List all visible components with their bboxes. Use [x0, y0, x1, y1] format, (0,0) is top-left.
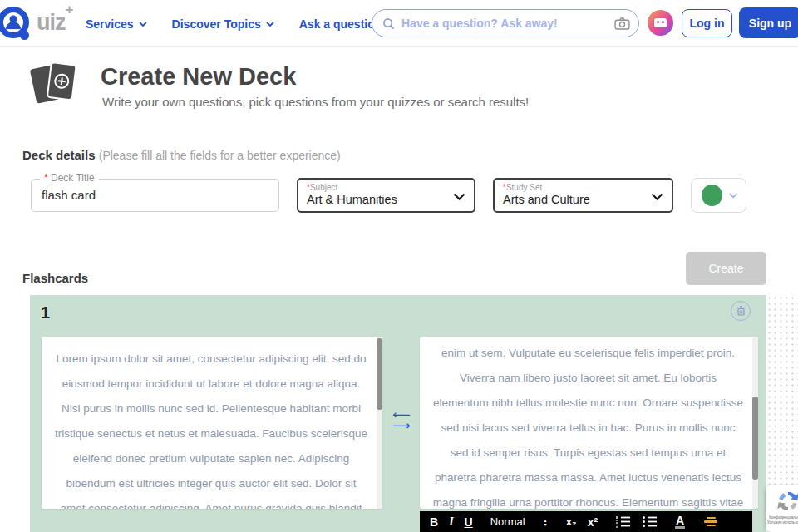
- logo-wordmark: uiz: [37, 10, 66, 36]
- subject-select[interactable]: *Subject Art & Humanities: [297, 178, 475, 213]
- subject-value: Art & Humanities: [307, 193, 449, 206]
- nav-item-ask-question[interactable]: Ask a question: [299, 17, 382, 31]
- bold-button[interactable]: B: [430, 515, 438, 529]
- robot-avatar-icon: [654, 18, 667, 27]
- format-dropdown[interactable]: Normal: [490, 515, 525, 528]
- trash-icon: [736, 306, 746, 316]
- text-color-button[interactable]: A: [675, 515, 685, 529]
- subscript-button[interactable]: x₂: [566, 515, 577, 528]
- text-color-bar: [675, 526, 685, 529]
- front-scrollbar-thumb[interactable]: [377, 338, 382, 410]
- ordered-list-icon[interactable]: [615, 515, 631, 528]
- delete-card-button[interactable]: [731, 301, 751, 321]
- rich-text-toolbar: B I U Normal ▴▾ x₂ x²: [420, 511, 752, 532]
- logo-plus: +: [66, 2, 74, 18]
- create-button[interactable]: Create: [686, 252, 766, 285]
- study-set-value: Arts and Culture: [503, 193, 647, 206]
- study-set-select[interactable]: *Study Set Arts and Culture: [493, 178, 673, 213]
- nav-item-services[interactable]: Services: [86, 17, 147, 31]
- search-bar: [372, 9, 639, 37]
- camera-icon[interactable]: [614, 17, 630, 30]
- search-input[interactable]: [401, 17, 614, 30]
- deck-details-hint: (Please fill all the fields for a better…: [99, 149, 341, 162]
- subject-label: *Subject: [307, 183, 449, 192]
- deck-details-title: Deck details: [22, 148, 96, 162]
- recaptcha-privacy-text: Конфиденциальность Условия использования: [767, 515, 798, 525]
- chevron-down-icon: [729, 193, 737, 199]
- signup-button[interactable]: Sign up: [739, 7, 798, 38]
- deck-title-label: * Deck Title: [40, 172, 99, 184]
- navbar: uiz+ Services Discover Topics Ask a ques…: [0, 0, 798, 47]
- card-front-text[interactable]: Lorem ipsum dolor sit amet, consectetur …: [53, 337, 369, 509]
- nav-item-discover-topics[interactable]: Discover Topics: [172, 17, 274, 31]
- deck-color-picker[interactable]: [691, 178, 746, 213]
- nav-links: Services Discover Topics Ask a question: [86, 0, 382, 47]
- search-icon: [382, 17, 395, 30]
- superscript-button[interactable]: x²: [588, 515, 598, 529]
- page-title: Create New Deck: [101, 63, 296, 91]
- chevron-down-icon: [139, 22, 147, 27]
- deck-title-value: flash card: [42, 188, 96, 202]
- back-scrollbar-thumb[interactable]: [752, 397, 758, 480]
- align-center-button[interactable]: [704, 517, 717, 527]
- italic-button[interactable]: I: [449, 515, 453, 529]
- card-back-editor[interactable]: enim ut sem. Vulputate eu scelerisque fe…: [420, 337, 758, 509]
- study-set-label: *Study Set: [503, 183, 647, 192]
- front-scrollbar-track[interactable]: [377, 337, 382, 509]
- back-scrollbar-track[interactable]: [752, 337, 758, 509]
- chevron-down-icon: [453, 193, 466, 200]
- user-avatar[interactable]: [648, 10, 673, 36]
- format-dropdown-arrows-icon[interactable]: ▴▾: [544, 518, 547, 526]
- deck-icon: [28, 60, 83, 106]
- color-swatch: [702, 185, 722, 206]
- flashcard-editor-panel: 1 Lorem ipsum dolor sit amet, consectetu…: [30, 295, 766, 532]
- recaptcha-icon: [776, 489, 798, 514]
- recaptcha-badge[interactable]: Конфиденциальность Условия использования: [766, 485, 798, 532]
- swap-right-arrow: ⟶: [392, 421, 411, 431]
- text-color-label: A: [676, 515, 684, 525]
- login-button[interactable]: Log in: [682, 9, 732, 37]
- chevron-down-icon: [266, 22, 274, 27]
- quiz-q-icon: [0, 5, 35, 43]
- chevron-down-icon: [651, 193, 663, 200]
- page-subtitle: Write your own questions, pick questions…: [102, 95, 529, 109]
- deck-title-field[interactable]: * Deck Title flash card: [31, 179, 279, 212]
- nav-item-services-label: Services: [86, 17, 134, 31]
- flashcards-heading: Flashcards: [22, 271, 88, 285]
- page: uiz+ Services Discover Topics Ask a ques…: [0, 0, 798, 532]
- nav-item-discover-topics-label: Discover Topics: [172, 17, 261, 31]
- swap-sides-icon[interactable]: ⟵ ⟶: [392, 410, 411, 431]
- deck-details-heading: Deck details (Please fill all the fields…: [22, 148, 341, 162]
- nav-item-ask-question-label: Ask a question: [299, 17, 382, 31]
- card-front-editor[interactable]: Lorem ipsum dolor sit amet, consectetur …: [42, 337, 382, 509]
- quiz-logo[interactable]: uiz+: [0, 5, 73, 43]
- bullet-list-icon[interactable]: [642, 515, 658, 528]
- underline-button[interactable]: U: [465, 515, 473, 529]
- card-back-text[interactable]: enim ut sem. Vulputate eu scelerisque fe…: [431, 337, 745, 509]
- card-number: 1: [41, 303, 50, 323]
